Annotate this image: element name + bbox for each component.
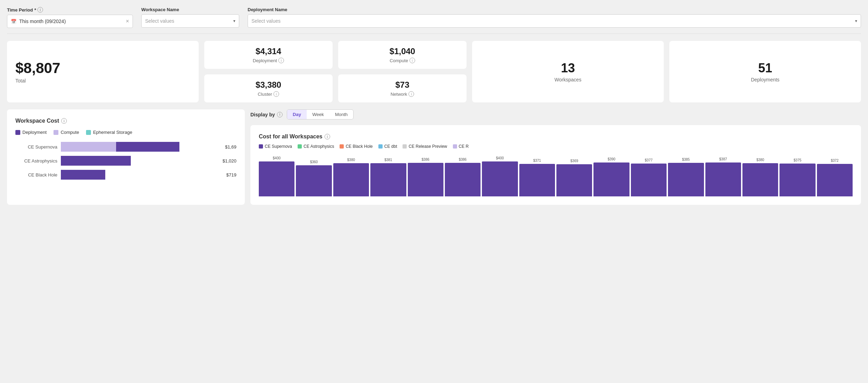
v-bar-label-9: $390 bbox=[607, 157, 615, 161]
deployment-name-filter: Deployment Name Select values ▾ bbox=[248, 7, 861, 28]
workspaces-label: Workspaces bbox=[555, 77, 582, 82]
bar-row-supernova: CE Supernova $1,69 bbox=[15, 142, 236, 152]
deployments-count: 51 bbox=[758, 61, 772, 75]
v-bar-group-15: $372 bbox=[817, 159, 853, 196]
v-bar-12 bbox=[705, 162, 741, 196]
stats-row: $8,807 Total $4,314 Deployment i $1,040 … bbox=[7, 41, 861, 102]
v-bar-7 bbox=[519, 164, 555, 196]
v-bar-8 bbox=[556, 164, 592, 196]
v-bar-label-5: $386 bbox=[459, 158, 467, 161]
v-bar-3 bbox=[370, 163, 406, 196]
tab-month[interactable]: Month bbox=[329, 110, 353, 119]
deployment-bar-blackhole bbox=[61, 170, 105, 180]
bar-container-supernova bbox=[61, 142, 219, 152]
display-by-info-icon[interactable]: i bbox=[277, 112, 283, 117]
bottom-row: Workspace Cost i Deployment Compute Ephe… bbox=[7, 109, 861, 205]
v-bar-group-9: $390 bbox=[593, 157, 629, 196]
legend-ce-r-dot bbox=[453, 144, 457, 149]
v-bar-group-6: $400 bbox=[482, 156, 518, 196]
v-bar-9 bbox=[593, 162, 629, 196]
v-bar-label-0: $400 bbox=[273, 156, 280, 160]
legend-supernova-dot bbox=[259, 144, 263, 149]
time-period-value: This month (09/2024) bbox=[19, 19, 123, 24]
legend-release-preview: CE Release Preview bbox=[403, 144, 447, 149]
deployment-name-label: Deployment Name bbox=[248, 7, 861, 12]
workspace-name-filter: Workspace Name Select values ▾ bbox=[141, 7, 239, 28]
bar-value-supernova: $1,69 bbox=[225, 144, 236, 150]
v-bar-15 bbox=[817, 164, 853, 196]
calendar-icon: 📅 bbox=[11, 19, 16, 24]
cluster-info-icon[interactable]: i bbox=[273, 91, 279, 97]
tab-day[interactable]: Day bbox=[287, 110, 307, 119]
bar-value-blackhole: $719 bbox=[226, 172, 236, 178]
legend-astrophysics-dot bbox=[298, 144, 302, 149]
compute-amount: $1,040 bbox=[390, 46, 415, 56]
v-bar-6 bbox=[482, 161, 518, 196]
cost-all-info-icon[interactable]: i bbox=[325, 134, 330, 139]
compute-stat-card: $1,040 Compute i bbox=[338, 41, 467, 69]
bar-row-astrophysics: CE Astrophysics $1,020 bbox=[15, 156, 236, 166]
legend-dbt-dot bbox=[378, 144, 383, 149]
v-bar-label-14: $375 bbox=[794, 158, 801, 162]
tab-week[interactable]: Week bbox=[307, 110, 329, 119]
v-bar-4 bbox=[408, 163, 443, 196]
bar-label-blackhole: CE Black Hole bbox=[15, 172, 57, 178]
v-bar-group-10: $377 bbox=[631, 158, 667, 196]
breakdown-stat-cards: $4,314 Deployment i $1,040 Compute i $3,… bbox=[204, 41, 467, 102]
total-label: Total bbox=[15, 78, 26, 84]
v-bar-group-14: $375 bbox=[780, 158, 815, 196]
legend-supernova: CE Supernova bbox=[259, 144, 292, 149]
display-by-section: Display by i Day Week Month bbox=[250, 109, 861, 120]
v-bar-group-4: $386 bbox=[408, 158, 443, 196]
legend-dbt: CE dbt bbox=[378, 144, 397, 149]
v-bar-10 bbox=[631, 164, 667, 196]
v-bar-0 bbox=[259, 161, 294, 196]
workspace-cost-info-icon[interactable]: i bbox=[61, 118, 67, 124]
network-info-icon[interactable]: i bbox=[408, 91, 414, 97]
deployment-chevron-icon: ▾ bbox=[855, 19, 857, 23]
bar-value-astrophysics: $1,020 bbox=[222, 158, 236, 164]
filters-row: Time Period* i 📅 This month (09/2024) × … bbox=[7, 7, 861, 34]
v-bar-11 bbox=[668, 163, 704, 196]
legend-ephemeral-color bbox=[86, 130, 91, 135]
workspace-bar-chart: CE Supernova $1,69 CE Astrophysics $1,02… bbox=[15, 142, 236, 180]
network-stat-card: $73 Network i bbox=[338, 74, 467, 102]
compute-bar-supernova bbox=[61, 142, 116, 152]
cost-all-card: Cost for all Workspaces i CE Supernova C… bbox=[250, 125, 861, 205]
time-period-filter: Time Period* i 📅 This month (09/2024) × bbox=[7, 7, 133, 28]
network-label: Network i bbox=[391, 91, 414, 97]
cost-all-title: Cost for all Workspaces i bbox=[259, 133, 853, 140]
v-bar-group-5: $386 bbox=[445, 158, 481, 196]
v-bar-group-13: $380 bbox=[742, 158, 778, 196]
legend-blackhole-dot bbox=[340, 144, 344, 149]
deployment-placeholder: Select values bbox=[251, 18, 852, 24]
deployments-label: Deployments bbox=[751, 77, 780, 82]
right-panel: Display by i Day Week Month Cost for all… bbox=[250, 109, 861, 205]
v-bar-label-2: $380 bbox=[347, 158, 355, 162]
display-by-tabs: Day Week Month bbox=[287, 109, 354, 120]
deployment-amount: $4,314 bbox=[256, 46, 281, 56]
v-bar-14 bbox=[780, 164, 815, 196]
workspace-chevron-icon: ▾ bbox=[233, 19, 235, 23]
v-bar-1 bbox=[296, 165, 332, 196]
bar-label-astrophysics: CE Astrophysics bbox=[15, 158, 57, 164]
clear-time-button[interactable]: × bbox=[126, 18, 129, 24]
time-period-info-icon[interactable]: i bbox=[37, 7, 43, 13]
time-period-input[interactable]: 📅 This month (09/2024) × bbox=[7, 15, 133, 28]
bar-container-blackhole bbox=[61, 170, 220, 180]
cluster-stat-card: $3,380 Cluster i bbox=[204, 74, 333, 102]
legend-ce-r: CE R bbox=[453, 144, 469, 149]
compute-info-icon[interactable]: i bbox=[410, 58, 415, 63]
v-bar-group-1: $360 bbox=[296, 160, 332, 196]
workspace-name-input[interactable]: Select values ▾ bbox=[141, 14, 239, 28]
legend-ephemeral: Ephemeral Storage bbox=[86, 130, 132, 135]
bar-label-supernova: CE Supernova bbox=[15, 144, 57, 150]
workspace-name-label: Workspace Name bbox=[141, 7, 239, 12]
deployment-name-input[interactable]: Select values ▾ bbox=[248, 14, 861, 28]
deployment-info-icon[interactable]: i bbox=[278, 58, 284, 63]
deployment-label: Deployment i bbox=[253, 58, 284, 63]
v-bar-label-3: $381 bbox=[384, 158, 392, 162]
cost-all-chart: $400$360$380$381$386$386$400$371$369$390… bbox=[259, 154, 853, 196]
v-bar-label-15: $372 bbox=[831, 159, 839, 162]
v-bar-label-11: $385 bbox=[682, 158, 690, 161]
